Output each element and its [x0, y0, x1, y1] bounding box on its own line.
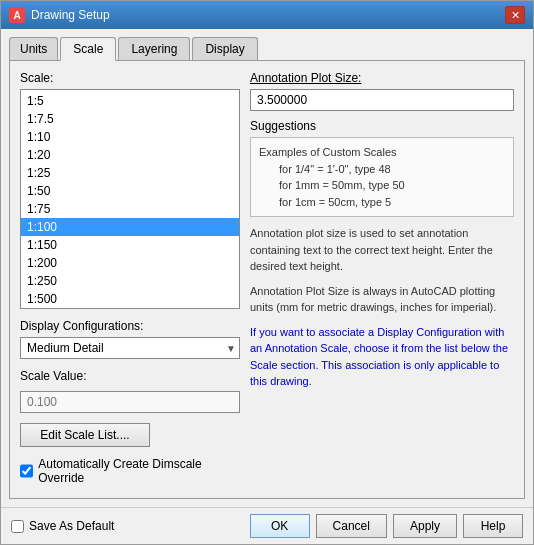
- display-config-wrapper: Medium DetailLow DetailHigh Detail ▼: [20, 337, 240, 359]
- dialog-buttons: OK Cancel Apply Help: [250, 514, 523, 538]
- dimscale-checkbox[interactable]: [20, 464, 33, 478]
- suggestions-box: Examples of Custom Scales for 1/4" = 1'-…: [250, 137, 514, 217]
- scale-section-label: Scale:: [20, 71, 240, 85]
- bottom-bar: Save As Default OK Cancel Apply Help: [1, 507, 533, 544]
- save-default-section: Save As Default: [11, 519, 114, 533]
- scale-value-label: Scale Value:: [20, 369, 240, 383]
- window-title: Drawing Setup: [31, 8, 110, 22]
- scale-list-container: 1:11:21:2.51:51:7.51:101:201:251:501:751…: [20, 89, 240, 309]
- list-item[interactable]: 1:10: [21, 128, 239, 146]
- edit-scale-list-button[interactable]: Edit Scale List....: [20, 423, 150, 447]
- suggestions-header: Examples of Custom Scales: [259, 144, 505, 161]
- list-item[interactable]: 1:75: [21, 200, 239, 218]
- cancel-button[interactable]: Cancel: [316, 514, 387, 538]
- close-button[interactable]: ✕: [505, 6, 525, 24]
- content-area: Units Scale Layering Display Scale: 1:11…: [1, 29, 533, 507]
- display-config-dropdown[interactable]: Medium DetailLow DetailHigh Detail: [20, 337, 240, 359]
- annotation-plot-size-label: Annotation Plot Size:: [250, 71, 514, 85]
- suggestions-title: Suggestions: [250, 119, 514, 133]
- display-config-label: Display Configurations:: [20, 319, 240, 333]
- info-text-1: Annotation plot size is used to set anno…: [250, 225, 514, 275]
- drawing-setup-window: A Drawing Setup ✕ Units Scale Layering D…: [0, 0, 534, 545]
- list-item[interactable]: 1:50: [21, 182, 239, 200]
- display-config-section: Display Configurations: Medium DetailLow…: [20, 319, 240, 359]
- main-panel: Scale: 1:11:21:2.51:51:7.51:101:201:251:…: [9, 60, 525, 499]
- title-bar: A Drawing Setup ✕: [1, 1, 533, 29]
- tab-display[interactable]: Display: [192, 37, 257, 60]
- scale-value-section: Scale Value:: [20, 369, 240, 413]
- list-item[interactable]: 1:100: [21, 218, 239, 236]
- scale-list[interactable]: 1:11:21:2.51:51:7.51:101:201:251:501:751…: [21, 90, 239, 308]
- tab-units[interactable]: Units: [9, 37, 58, 60]
- suggestion-item-3: for 1cm = 50cm, type 5: [259, 194, 505, 211]
- list-item[interactable]: 1:200: [21, 254, 239, 272]
- list-item[interactable]: 1:150: [21, 236, 239, 254]
- annotation-plot-size-input[interactable]: [250, 89, 514, 111]
- left-panel: Scale: 1:11:21:2.51:51:7.51:101:201:251:…: [20, 71, 240, 488]
- list-item[interactable]: 1:500: [21, 290, 239, 308]
- title-bar-left: A Drawing Setup: [9, 7, 110, 23]
- save-default-checkbox[interactable]: [11, 520, 24, 533]
- help-button[interactable]: Help: [463, 514, 523, 538]
- ok-button[interactable]: OK: [250, 514, 310, 538]
- info-text-2: Annotation Plot Size is always in AutoCA…: [250, 283, 514, 316]
- dimscale-label[interactable]: Automatically Create Dimscale Override: [38, 457, 240, 485]
- apply-button[interactable]: Apply: [393, 514, 457, 538]
- right-panel: Annotation Plot Size: Suggestions Exampl…: [250, 71, 514, 488]
- info-text-3: If you want to associate a Display Confi…: [250, 324, 514, 390]
- dimscale-checkbox-row: Automatically Create Dimscale Override: [20, 457, 240, 485]
- save-default-label[interactable]: Save As Default: [29, 519, 114, 533]
- scale-value-input[interactable]: [20, 391, 240, 413]
- tab-bar: Units Scale Layering Display: [9, 37, 525, 60]
- tab-scale[interactable]: Scale: [60, 37, 116, 61]
- suggestion-item-1: for 1/4" = 1'-0", type 48: [259, 161, 505, 178]
- title-controls: ✕: [505, 6, 525, 24]
- list-item[interactable]: 1:250: [21, 272, 239, 290]
- tab-layering[interactable]: Layering: [118, 37, 190, 60]
- list-item[interactable]: 1:20: [21, 146, 239, 164]
- list-item[interactable]: 1:25: [21, 164, 239, 182]
- list-item[interactable]: 1:5: [21, 92, 239, 110]
- suggestion-item-2: for 1mm = 50mm, type 50: [259, 177, 505, 194]
- app-icon: A: [9, 7, 25, 23]
- list-item[interactable]: 1:7.5: [21, 110, 239, 128]
